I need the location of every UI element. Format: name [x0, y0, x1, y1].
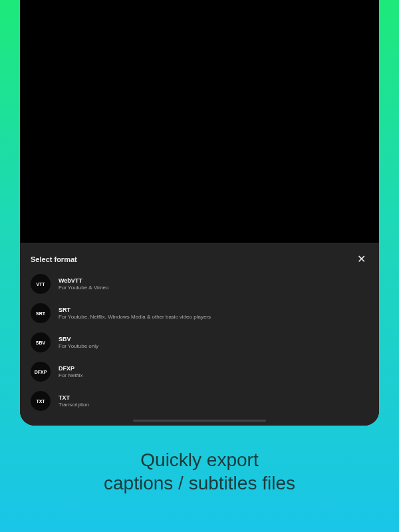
format-row-vtt[interactable]: VTT WebVTT For Youtube & Vimeo: [31, 273, 368, 295]
caption-line1: Quickly export: [140, 450, 258, 470]
home-indicator: [133, 420, 266, 422]
format-text: SBV For Youtube only: [59, 336, 98, 349]
format-desc: For Youtube, Netflix, Windows Media & ot…: [59, 314, 211, 320]
marketing-caption: Quickly export captions / subtitles file…: [0, 448, 399, 495]
format-name: TXT: [59, 394, 89, 401]
caption-line2: captions / subtitles files: [104, 473, 295, 493]
format-sheet: Select format ✕ VTT WebVTT For Youtube &…: [20, 243, 379, 426]
format-row-srt[interactable]: SRT SRT For Youtube, Netflix, Windows Me…: [31, 302, 368, 325]
format-desc: Transcription: [59, 402, 89, 408]
format-text: DFXP For Netflix: [59, 365, 82, 378]
format-name: SRT: [59, 307, 211, 313]
format-name: WebVTT: [59, 277, 108, 284]
sheet-header: Select format ✕: [31, 253, 368, 266]
format-text: TXT Transcription: [59, 394, 89, 408]
format-name: SBV: [59, 336, 98, 342]
format-desc: For Netflix: [59, 372, 82, 378]
format-list: VTT WebVTT For Youtube & Vimeo SRT SRT F…: [31, 273, 368, 412]
badge-vtt: VTT: [31, 274, 51, 294]
format-text: SRT For Youtube, Netflix, Windows Media …: [59, 307, 211, 320]
format-row-sbv[interactable]: SBV SBV For Youtube only: [31, 331, 368, 354]
badge-sbv: SBV: [31, 332, 51, 352]
format-text: WebVTT For Youtube & Vimeo: [59, 277, 108, 291]
device-frame: Select format ✕ VTT WebVTT For Youtube &…: [20, 0, 379, 426]
badge-srt: SRT: [31, 303, 51, 323]
badge-txt: TXT: [31, 391, 51, 411]
format-row-dfxp[interactable]: DFXP DFXP For Netflix: [31, 360, 368, 383]
format-name: DFXP: [59, 365, 82, 372]
badge-dfxp: DFXP: [31, 362, 51, 382]
close-icon[interactable]: ✕: [354, 253, 368, 266]
format-desc: For Youtube & Vimeo: [59, 285, 108, 291]
format-row-txt[interactable]: TXT TXT Transcription: [31, 390, 368, 412]
format-desc: For Youtube only: [59, 343, 98, 349]
sheet-title: Select format: [31, 255, 77, 263]
video-preview: [20, 0, 379, 243]
